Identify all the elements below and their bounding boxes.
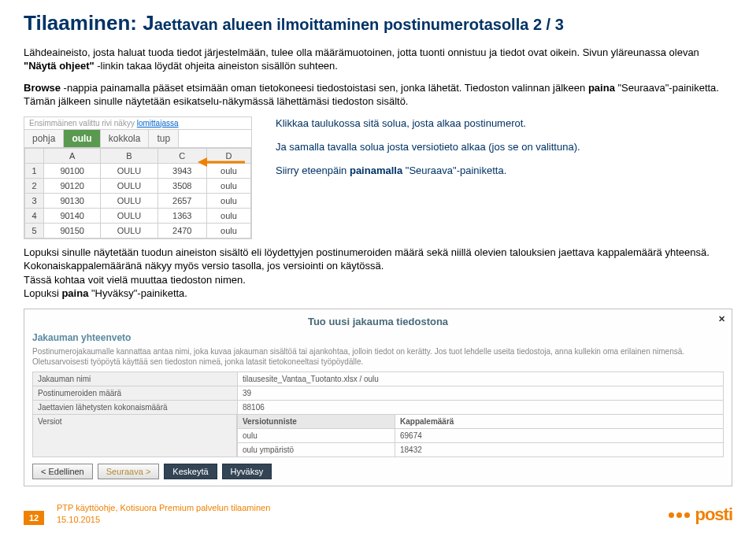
dialog-subtitle: Jakauman yhteenveto	[32, 332, 724, 343]
tab-pohja[interactable]: pohja	[24, 130, 64, 147]
instr-2: Ja samalla tavalla solua josta versiotie…	[276, 140, 732, 154]
sheet-tabs: pohja oulu kokkola tup	[24, 130, 251, 148]
table-row[interactable]: 490140OULU1363oulu	[25, 208, 251, 223]
kv-row: Postinumeroiden määrä39	[32, 386, 724, 401]
svg-marker-1	[198, 157, 207, 167]
version-row: oulu 69674	[237, 428, 724, 443]
intro-paragraph-2: Browse -nappia painamalla pääset etsimää…	[24, 81, 732, 109]
next-button[interactable]: Seuraava >	[98, 464, 160, 479]
page-title: Tilaaminen: Jaettavan alueen ilmoittamin…	[24, 12, 732, 35]
instr-1: Klikkaa taulukossa sitä solua, josta alk…	[276, 116, 732, 131]
version-row: oulu ympäristö 18432	[237, 442, 724, 457]
close-icon[interactable]: ✕	[718, 314, 725, 324]
footer-text: PTP käyttöohje, Kotisuora Premium palvel…	[57, 502, 270, 525]
approve-button[interactable]: Hyväksy	[222, 464, 272, 479]
dialog-title: Tuo uusi jakauma tiedostona	[32, 316, 724, 327]
table-row[interactable]: 590150OULU2470oulu	[25, 223, 251, 238]
table-row[interactable]: 290120OULU3508oulu	[25, 178, 251, 193]
page-number: 12	[24, 511, 44, 525]
logo-dots-icon	[669, 512, 690, 518]
final-paragraph: Lopuksi sinulle näytetään tuodun aineist…	[24, 246, 732, 301]
summary-dialog: ✕ Tuo uusi jakauma tiedostona Jakauman y…	[24, 309, 732, 486]
lomittaja-link[interactable]: lomittajassa	[137, 119, 179, 128]
kv-row: Jaettavien lähetysten kokonaismäärä88106	[32, 400, 724, 415]
prev-button[interactable]: < Edellinen	[32, 464, 93, 479]
posti-logo: posti	[669, 505, 732, 525]
logo-text: posti	[695, 505, 732, 525]
footer: 12 PTP käyttöohje, Kotisuora Premium pal…	[24, 502, 270, 525]
instr-3: Siirry eteenpäin painamalla "Seuraava"-p…	[276, 164, 732, 178]
cancel-button[interactable]: Keskeytä	[164, 464, 217, 479]
preview-caption: Ensimmäinen valittu rivi näkyy lomittaja…	[24, 117, 251, 130]
instructions-side: Klikkaa taulukossa sitä solua, josta alk…	[276, 116, 732, 188]
intro-paragraph-1: Lähdeaineisto, josta haluat tuoda tiedot…	[24, 46, 732, 73]
preview-table: Ensimmäinen valittu rivi näkyy lomittaja…	[24, 116, 252, 239]
tab-tup[interactable]: tup	[149, 130, 179, 147]
versions-label: Versiot	[32, 414, 237, 457]
pointer-arrow-icon	[198, 155, 245, 169]
tab-kokkola[interactable]: kokkola	[101, 130, 150, 147]
table-row[interactable]: 390130OULU2657oulu	[25, 193, 251, 208]
kv-row: Jakauman nimitilausesite_Vantaa_Tuotanto…	[32, 372, 724, 386]
dialog-desc: Postinumerojakaumalle kannattaa antaa ni…	[32, 346, 724, 367]
tab-oulu[interactable]: oulu	[64, 130, 100, 147]
